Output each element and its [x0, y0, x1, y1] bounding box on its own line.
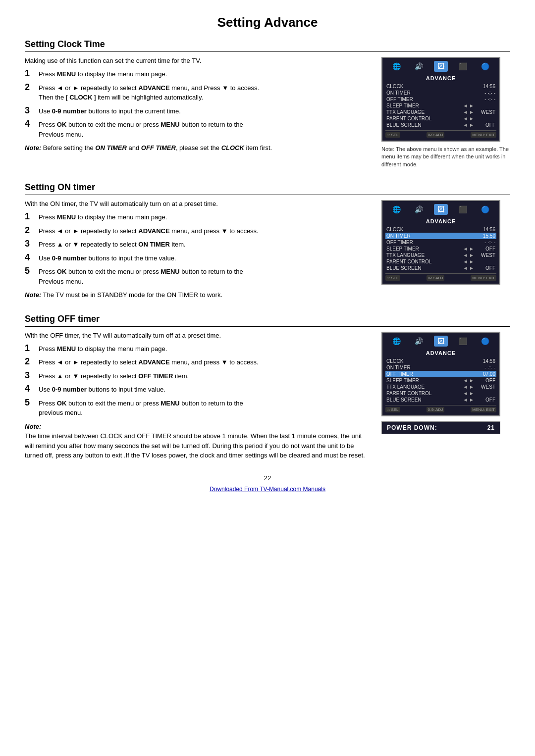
- footer-link[interactable]: Downloaded From TV-Manual.com Manuals: [25, 486, 510, 493]
- step-number: 3: [25, 105, 39, 116]
- menu-row: TTX LANGUAGE◄ ►WEST: [385, 252, 496, 258]
- menu-row: OFF TIMER07:00: [385, 371, 496, 377]
- menu-footer: ↕: SEL0-9: ADJMENU: EXIT: [385, 130, 496, 138]
- step-clock-4: 4Press OK button to exit the menu or pre…: [25, 120, 372, 139]
- step-number: 2: [25, 82, 39, 93]
- menu-icon: 🖼: [434, 61, 448, 72]
- step-text: Press ◄ or ► repeatedly to select ADVANC…: [39, 357, 259, 367]
- menu-icon: ⬛: [456, 204, 470, 215]
- step-number: 5: [25, 398, 39, 408]
- step-number: 1: [25, 343, 39, 353]
- page-number: 22: [25, 474, 510, 482]
- menu-title: ADVANCE: [385, 218, 496, 224]
- step-off_timer-4: 4Use 0-9 number buttons to input time va…: [25, 385, 372, 395]
- step-number: 1: [25, 211, 39, 222]
- menu-row: ON TIMER15:50: [385, 233, 496, 239]
- step-text: Use 0-9 number buttons to input the curr…: [39, 106, 181, 116]
- step-text: Press ◄ or ► repeatedly to select ADVANC…: [39, 83, 259, 102]
- menu-icon: 🔵: [479, 204, 492, 215]
- step-number: 3: [25, 239, 39, 249]
- section-heading-clock: Setting Clock Time: [25, 39, 510, 52]
- section-clock: Setting Clock TimeMaking use of this fun…: [25, 39, 510, 168]
- menu-footer: ↕: SEL0-9: ADJMENU: EXIT: [385, 273, 496, 281]
- step-number: 5: [25, 266, 39, 276]
- menu-icon: ⬛: [456, 336, 470, 347]
- menu-icon: 🖼: [434, 336, 448, 347]
- section-note-clock: Note: Before setting the ON TIMER and OF…: [25, 143, 372, 153]
- menu-icon: 🔊: [412, 336, 426, 347]
- step-clock-3: 3Use 0-9 number buttons to input the cur…: [25, 106, 372, 116]
- step-number: 4: [25, 384, 39, 394]
- power-down-value: 21: [487, 424, 495, 431]
- section-note-on_timer: Note: The TV must be in STANDBY mode for…: [25, 290, 372, 300]
- menu-row: PARENT CONTROL◄ ►: [385, 115, 496, 122]
- step-text: Use 0-9 number buttons to input the time…: [39, 253, 176, 263]
- step-number: 1: [25, 68, 39, 79]
- step-clock-1: 1Press MENU to display the menu main pag…: [25, 69, 372, 79]
- step-on_timer-5: 5Press OK button to exit the menu or pre…: [25, 267, 372, 286]
- menu-icon: 🔊: [412, 61, 426, 72]
- step-text: Use 0-9 number buttons to input time val…: [39, 385, 165, 395]
- step-text: Press OK button to exit the menu or pres…: [39, 120, 243, 139]
- menu-icon: 🔵: [479, 61, 492, 72]
- step-number: 4: [25, 119, 39, 129]
- menu-title: ADVANCE: [385, 75, 496, 81]
- step-off_timer-1: 1Press MENU to display the menu main pag…: [25, 344, 372, 354]
- step-number: 3: [25, 370, 39, 381]
- image-area-off_timer: 🌐🔊🖼⬛🔵ADVANCECLOCK14:56ON TIMER- -:- -OFF…: [381, 332, 510, 460]
- menu-icon: 🖼: [434, 204, 448, 215]
- menu-title: ADVANCE: [385, 350, 496, 356]
- image-note-clock: Note: The above menu is shown as an exam…: [381, 146, 510, 168]
- step-on_timer-2: 2Press ◄ or ► repeatedly to select ADVAN…: [25, 226, 372, 236]
- tv-menu-off_timer: 🌐🔊🖼⬛🔵ADVANCECLOCK14:56ON TIMER- -:- -OFF…: [381, 332, 500, 416]
- image-area-on_timer: 🌐🔊🖼⬛🔵ADVANCECLOCK14:56ON TIMER15:50OFF T…: [381, 200, 510, 300]
- menu-row: CLOCK14:56: [385, 358, 496, 364]
- step-text: Press ◄ or ► repeatedly to select ADVANC…: [39, 226, 259, 236]
- section-off_timer: Setting OFF timerWith the OFF timer, the…: [25, 314, 510, 460]
- page-title: Setting Advance: [25, 15, 510, 30]
- menu-row: SLEEP TIMER◄ ►OFF: [385, 246, 496, 252]
- menu-row: PARENT CONTROL◄ ►: [385, 258, 496, 265]
- menu-row: CLOCK14:56: [385, 226, 496, 233]
- section-note-off_timer: Note:The time interval between CLOCK and…: [25, 422, 372, 460]
- menu-row: BLUE SCREEN◄ ►OFF: [385, 397, 496, 403]
- step-off_timer-2: 2Press ◄ or ► repeatedly to select ADVAN…: [25, 357, 372, 367]
- menu-row: CLOCK14:56: [385, 83, 496, 90]
- tv-menu-on_timer: 🌐🔊🖼⬛🔵ADVANCECLOCK14:56ON TIMER15:50OFF T…: [381, 200, 500, 285]
- step-text: Press MENU to display the menu main page…: [39, 344, 167, 354]
- menu-icon: 🌐: [389, 336, 403, 347]
- step-text: Press ▲ or ▼ repeatedly to select OFF TI…: [39, 371, 189, 381]
- menu-row: TTX LANGUAGE◄ ►WEST: [385, 109, 496, 115]
- menu-row: OFF TIMER- -:- -: [385, 239, 496, 246]
- step-on_timer-1: 1Press MENU to display the menu main pag…: [25, 212, 372, 222]
- menu-row: SLEEP TIMER◄ ►: [385, 102, 496, 109]
- step-text: Press OK button to exit the menu or pres…: [39, 399, 243, 418]
- step-on_timer-4: 4Use 0-9 number buttons to input the tim…: [25, 253, 372, 263]
- menu-icon: 🔵: [479, 336, 492, 347]
- step-text: Press OK button to exit the menu or pres…: [39, 267, 243, 286]
- power-down-box: POWER DOWN:21: [381, 421, 500, 434]
- menu-icon: 🌐: [389, 204, 403, 215]
- section-heading-on_timer: Setting ON timer: [25, 182, 510, 195]
- menu-row: ON TIMER- -:- -: [385, 364, 496, 371]
- menu-row: TTX LANGUAGE◄ ►WEST: [385, 384, 496, 390]
- tv-menu-clock: 🌐🔊🖼⬛🔵ADVANCECLOCK14:56ON TIMER- -:- -OFF…: [381, 57, 500, 142]
- menu-icon: ⬛: [456, 61, 470, 72]
- menu-footer: ↕: SEL0-9: ADJMENU: EXIT: [385, 405, 496, 412]
- section-heading-off_timer: Setting OFF timer: [25, 314, 510, 327]
- step-off_timer-5: 5Press OK button to exit the menu or pre…: [25, 399, 372, 418]
- step-off_timer-3: 3Press ▲ or ▼ repeatedly to select OFF T…: [25, 371, 372, 381]
- image-area-clock: 🌐🔊🖼⬛🔵ADVANCECLOCK14:56ON TIMER- -:- -OFF…: [381, 57, 510, 168]
- menu-row: BLUE SCREEN◄ ►OFF: [385, 122, 496, 128]
- step-text: Press ▲ or ▼ repeatedly to select ON TIM…: [39, 240, 186, 250]
- step-text: Press MENU to display the menu main page…: [39, 212, 167, 222]
- section-intro-off_timer: With the OFF timer, the TV will automati…: [25, 332, 372, 339]
- step-on_timer-3: 3Press ▲ or ▼ repeatedly to select ON TI…: [25, 240, 372, 250]
- step-text: Press MENU to display the menu main page…: [39, 69, 167, 79]
- step-number: 2: [25, 225, 39, 236]
- step-number: 2: [25, 356, 39, 367]
- menu-icon: 🌐: [389, 61, 403, 72]
- power-down-label: POWER DOWN:: [387, 424, 437, 431]
- menu-row: BLUE SCREEN◄ ►OFF: [385, 265, 496, 271]
- section-intro-on_timer: With the ON timer, the TV will automatic…: [25, 200, 372, 207]
